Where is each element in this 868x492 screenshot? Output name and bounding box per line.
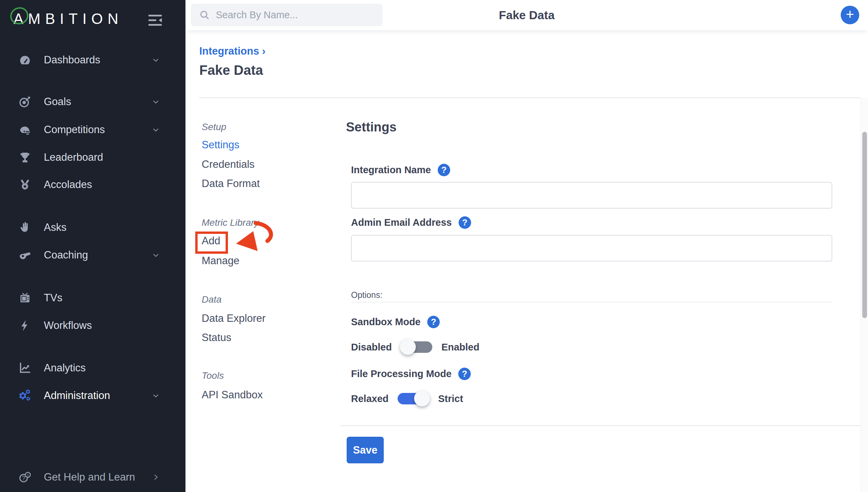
medal-icon <box>17 178 33 191</box>
side-menu-item-data-format[interactable]: Data Format <box>202 178 260 190</box>
file-processing-mode-toggle[interactable] <box>398 393 429 404</box>
topbar-title: Fake Data <box>499 8 555 22</box>
search-input[interactable] <box>216 9 374 21</box>
gauge-icon <box>17 53 33 67</box>
side-menu-item-add[interactable]: Add <box>202 235 220 247</box>
sidebar-item-competitions[interactable]: Competitions <box>0 116 186 144</box>
line-chart-icon <box>17 361 33 375</box>
divider <box>341 425 861 426</box>
admin-email-label: Admin Email Address <box>351 217 452 228</box>
save-button[interactable]: Save <box>347 437 384 463</box>
chevron-down-icon <box>151 391 161 400</box>
side-menu-item-api-sandbox[interactable]: API Sandbox <box>202 389 263 401</box>
helmet-icon <box>17 123 33 137</box>
bolt-icon <box>17 319 33 332</box>
help-icon[interactable]: ? <box>458 368 471 380</box>
sandbox-mode-toggle[interactable] <box>401 341 432 353</box>
toggle-left-label: Disabled <box>351 342 392 353</box>
help-icon[interactable]: ? <box>438 164 450 176</box>
sidebar-item-leaderboard[interactable]: Leaderboard <box>0 144 186 171</box>
svg-text:?: ? <box>22 474 25 482</box>
gears-icon <box>17 389 33 402</box>
toggle-left-label: Relaxed <box>351 393 389 404</box>
scrollbar-thumb[interactable] <box>862 132 867 318</box>
tv-icon <box>17 291 33 305</box>
breadcrumb-separator: › <box>262 45 265 57</box>
sidebar-item-accolades[interactable]: Accolades <box>0 171 186 198</box>
sidebar-collapse-icon[interactable] <box>147 14 163 27</box>
toggle-knob[interactable] <box>400 339 416 355</box>
admin-email-label-row: Admin Email Address ? <box>351 216 471 229</box>
target-icon <box>17 95 33 108</box>
file-processing-mode-label: File Processing Mode <box>351 368 451 379</box>
sidebar-item-coaching[interactable]: Coaching <box>0 241 186 269</box>
sidebar-item-workflows[interactable]: Workflows <box>0 312 186 339</box>
sandbox-mode-label: Sandbox Mode <box>351 316 421 327</box>
sidebar-item-goals[interactable]: Goals <box>0 88 186 116</box>
chevron-down-icon <box>151 250 161 260</box>
trophy-icon <box>17 151 33 164</box>
breadcrumb-link[interactable]: Integrations <box>199 45 259 57</box>
sidebar: AMBITION Dashboards <box>0 0 186 492</box>
hand-icon <box>17 221 33 234</box>
sidebar-item-asks[interactable]: Asks <box>0 214 186 241</box>
side-menu-header-tools: Tools <box>202 370 224 381</box>
whistle-icon <box>17 248 33 262</box>
file-processing-mode-toggle-row: Relaxed Strict <box>351 391 463 407</box>
app-logo[interactable]: AMBITION <box>14 10 123 28</box>
breadcrumb[interactable]: Integrations › <box>199 45 265 57</box>
integration-name-input[interactable] <box>351 182 832 208</box>
side-menu-item-credentials[interactable]: Credentials <box>202 158 255 171</box>
search-box[interactable] <box>191 4 382 26</box>
file-processing-mode-label-row: File Processing Mode ? <box>351 368 471 380</box>
sidebar-item-analytics[interactable]: Analytics <box>0 354 186 382</box>
toggle-right-label: Strict <box>438 393 463 404</box>
sidebar-item-administration[interactable]: Administration <box>0 382 186 410</box>
help-icon[interactable]: ? <box>459 216 471 229</box>
sidebar-item-tvs[interactable]: TVs <box>0 284 186 312</box>
page-title: Fake Data <box>199 63 263 78</box>
chevron-right-icon <box>151 472 161 482</box>
form-heading: Settings <box>346 120 397 134</box>
main-content: Integrations › Fake Data Setup Settings … <box>186 30 868 492</box>
chevron-down-icon <box>151 125 161 134</box>
divider <box>351 302 833 302</box>
plus-icon: + <box>846 7 854 22</box>
side-menu-header-metric-library: Metric Library <box>202 217 259 228</box>
integration-name-label: Integration Name <box>351 165 431 176</box>
side-menu-item-settings[interactable]: Settings <box>202 139 239 151</box>
sidebar-item-get-help[interactable]: ? i Get Help and Learn <box>0 463 186 491</box>
help-icon[interactable]: ? <box>427 316 440 328</box>
side-menu-item-status[interactable]: Status <box>202 331 231 344</box>
logo-text: AMBITION <box>14 10 123 27</box>
admin-email-input[interactable] <box>351 235 832 262</box>
search-icon <box>199 9 210 21</box>
help-circle-icon: ? i <box>17 470 33 484</box>
add-button[interactable]: + <box>841 6 859 24</box>
toggle-knob[interactable] <box>414 391 430 407</box>
options-label: Options: <box>351 290 382 300</box>
toggle-right-label: Enabled <box>441 342 479 353</box>
sandbox-mode-toggle-row: Disabled Enabled <box>351 339 479 355</box>
side-menu-header-setup: Setup <box>202 122 226 132</box>
chevron-down-icon <box>151 97 161 106</box>
integration-name-label-row: Integration Name ? <box>351 164 450 176</box>
scrollbar-track[interactable] <box>861 98 868 492</box>
svg-text:i: i <box>27 472 28 477</box>
side-menu-item-data-explorer[interactable]: Data Explorer <box>202 312 266 324</box>
sidebar-item-dashboards[interactable]: Dashboards <box>0 46 186 74</box>
sandbox-mode-label-row: Sandbox Mode ? <box>351 316 440 328</box>
side-menu-header-data: Data <box>202 294 221 305</box>
side-menu-item-manage[interactable]: Manage <box>202 255 239 267</box>
topbar: Fake Data + <box>186 0 868 30</box>
divider <box>199 97 861 98</box>
chevron-down-icon <box>151 55 161 65</box>
